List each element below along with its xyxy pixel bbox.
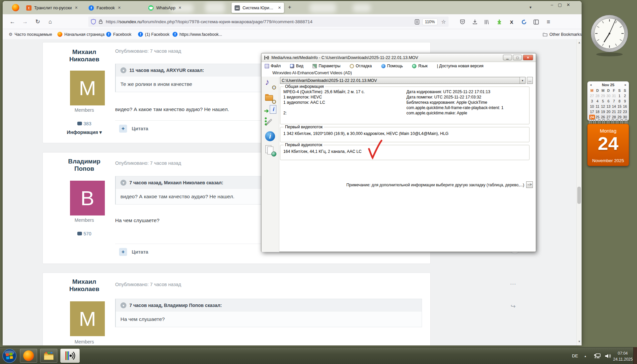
multiquote-plus-button[interactable]: +: [119, 248, 127, 256]
calendar-day-cell[interactable]: 6: [606, 99, 611, 104]
scrollbar-thumb[interactable]: [577, 187, 581, 204]
file-path-combobox[interactable]: C:\Users\Ivan\Downloads\2025-11-22 22.01…: [280, 77, 526, 84]
close-button[interactable]: ✕: [567, 2, 570, 7]
downloads-icon[interactable]: [470, 17, 479, 27]
menu-help[interactable]: iПомощь: [381, 64, 403, 68]
tab-close-icon[interactable]: ✕: [278, 6, 281, 10]
minimize-button[interactable]: –: [551, 2, 553, 7]
bookmark-star-icon[interactable]: ☆: [441, 19, 446, 25]
close-button[interactable]: ✕: [523, 55, 533, 60]
calendar-day-cell[interactable]: 8: [617, 99, 622, 104]
bookmark-facebook-url[interactable]: f https://www.facebook...: [173, 31, 222, 38]
network-icon[interactable]: [594, 347, 601, 364]
tray-language[interactable]: DE: [572, 347, 578, 364]
collapse-chevron-icon[interactable]: ▾: [120, 67, 126, 73]
taskbar-firefox-button[interactable]: [20, 349, 37, 363]
calendar-day-cell[interactable]: 18: [595, 109, 601, 114]
taskbar-mediainfo-button[interactable]: [60, 349, 80, 363]
maximize-button[interactable]: ▢: [558, 2, 562, 7]
extension-green-arrow-icon[interactable]: [495, 17, 504, 27]
calendar-day-cell[interactable]: 28: [595, 93, 601, 98]
post-options-dots[interactable]: ⋯: [510, 280, 517, 288]
calendar-day-cell[interactable]: 11: [595, 104, 601, 109]
bookmark-home[interactable]: Начальная страница: [57, 31, 105, 38]
zoom-level-chip[interactable]: 110%: [423, 19, 437, 25]
open-folder-icon[interactable]: [264, 92, 276, 104]
calendar-next-icon[interactable]: ▸: [625, 83, 626, 87]
calendar-day-cell[interactable]: 14: [611, 104, 617, 109]
update-available-link[interactable]: | Доступна новая версия: [437, 64, 483, 68]
menu-view[interactable]: Вид: [290, 64, 303, 68]
browse-button[interactable]: ...: [527, 77, 533, 84]
reader-mode-icon[interactable]: [415, 19, 419, 25]
tray-hidden-icons-chevron[interactable]: ▴: [585, 347, 586, 364]
collapse-chevron-icon[interactable]: ▾: [120, 180, 126, 186]
calendar-gadget[interactable]: ◂ Nov 25 ▸ MDMDFSS2728293031123456789101…: [587, 81, 629, 167]
bookmark-facebook-2[interactable]: f (1) Facebook: [138, 31, 170, 38]
export-info-icon[interactable]: i ➔: [264, 104, 276, 116]
calendar-day-cell[interactable]: 2: [622, 93, 628, 98]
calendar-day-cell[interactable]: 19: [600, 109, 606, 114]
open-file-icon[interactable]: ♪: [264, 78, 276, 90]
avatar[interactable]: M: [70, 71, 105, 105]
url-bar[interactable]: https://soundex.ru/forum/index.php?/topi…: [88, 17, 449, 27]
url-text[interactable]: https://soundex.ru/forum/index.php?/topi…: [106, 19, 415, 24]
avatar[interactable]: M: [70, 301, 105, 336]
post-author[interactable]: МихаилНиколаев: [46, 48, 122, 63]
calendar-day-cell[interactable]: 23: [622, 109, 628, 114]
taskbar-explorer-button[interactable]: [40, 349, 57, 363]
scroll-down-arrow[interactable]: ▾: [577, 339, 582, 343]
calendar-day-cell[interactable]: 10: [589, 104, 595, 109]
calendar-day-cell[interactable]: 20: [606, 109, 611, 114]
restore-button[interactable]: ▢: [513, 55, 522, 60]
about-info-icon[interactable]: i: [264, 131, 276, 143]
calendar-day-cell[interactable]: 5: [600, 99, 606, 104]
calendar-day-cell[interactable]: 29: [600, 93, 606, 98]
minimize-button[interactable]: ▁: [503, 55, 512, 60]
calendar-day-cell[interactable]: 4: [595, 99, 601, 104]
calendar-day-cell[interactable]: 22: [617, 109, 622, 114]
menu-debug[interactable]: Отладка: [350, 64, 372, 68]
lock-icon[interactable]: [99, 19, 103, 24]
bookmark-facebook[interactable]: f Facebook: [106, 31, 131, 38]
tab-close-icon[interactable]: ✕: [178, 6, 181, 10]
menu-options[interactable]: Параметры: [313, 64, 340, 68]
calendar-day-cell[interactable]: 30: [606, 93, 611, 98]
settings-wrench-icon[interactable]: [264, 117, 276, 129]
back-button[interactable]: ←: [7, 17, 18, 27]
calendar-day-cell[interactable]: 16: [622, 104, 628, 109]
ad-link[interactable]: Winxvideo AI-Enhance/Convert Videos (AD): [272, 71, 352, 75]
note-more-button[interactable]: -->: [526, 181, 533, 188]
post-count[interactable]: 570: [46, 231, 122, 236]
tracking-shield-icon[interactable]: [91, 19, 96, 25]
calendar-day-cell[interactable]: 7: [611, 99, 617, 104]
post-author[interactable]: МихаилНиколаев: [46, 278, 122, 293]
calendar-day-cell[interactable]: 3: [589, 99, 595, 104]
bookmark-frequent[interactable]: ⚙ Часто посещаемые: [9, 31, 52, 38]
extension-x-icon[interactable]: X: [507, 17, 516, 27]
multiquote-plus-button[interactable]: +: [119, 125, 127, 133]
tab-facebook[interactable]: f Facebook ✕: [86, 3, 141, 13]
pocket-icon[interactable]: [458, 17, 467, 27]
post-author[interactable]: ВладимирПопов: [46, 158, 122, 172]
other-bookmarks-button[interactable]: Other Bookmarks: [543, 31, 582, 38]
home-button[interactable]: ⌂: [45, 17, 55, 27]
library-icon[interactable]: [482, 17, 492, 27]
quote-button[interactable]: Цитата: [132, 126, 148, 131]
scroll-up-arrow[interactable]: ▴: [577, 40, 582, 44]
avatar[interactable]: B: [70, 181, 105, 215]
reload-button[interactable]: ↻: [33, 17, 43, 27]
post-count[interactable]: 383: [46, 121, 122, 126]
page-scrollbar[interactable]: ▴ ▾: [576, 39, 582, 345]
calendar-day-cell[interactable]: 27: [589, 93, 595, 98]
clock-gadget[interactable]: [590, 14, 629, 59]
calendar-day-cell[interactable]: 31: [611, 93, 617, 98]
collapse-chevron-icon[interactable]: ▾: [120, 302, 126, 308]
quote-button[interactable]: Цитата: [132, 249, 148, 255]
tab-translit[interactable]: t Транслит по-русски ✕: [23, 3, 82, 13]
menu-language[interactable]: Язык: [412, 64, 428, 68]
share-arrow-icon[interactable]: ↪: [511, 303, 516, 310]
extension-refresh-icon[interactable]: [519, 17, 529, 27]
calendar-day-cell[interactable]: 13: [606, 104, 611, 109]
combobox-dropdown-arrow[interactable]: ▾: [520, 77, 525, 84]
